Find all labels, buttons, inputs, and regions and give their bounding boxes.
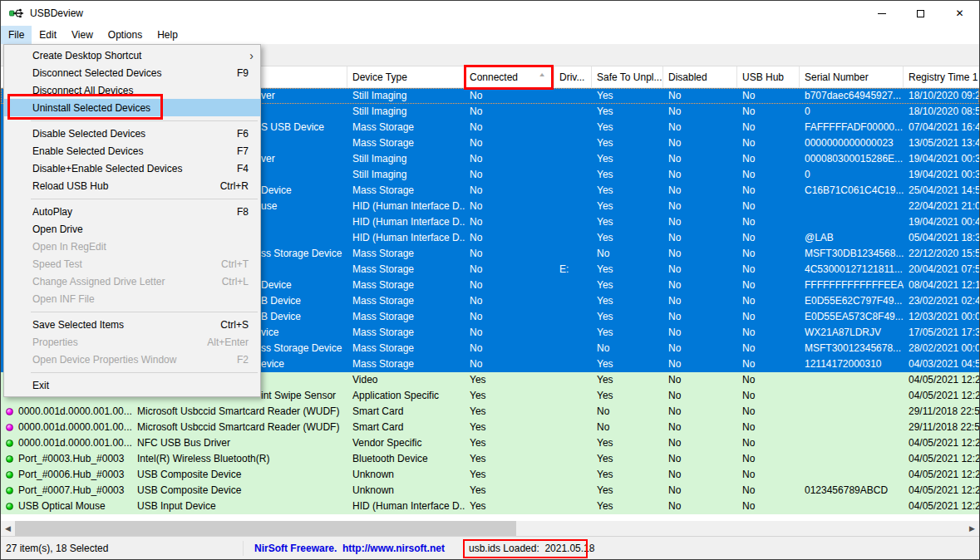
menu-item-reload-usb-hub[interactable]: Reload USB HubCtrl+R [4,177,260,194]
menubar-item-options[interactable]: Options [101,26,150,44]
horizontal-scrollbar[interactable]: ◀ ▶ [1,521,979,536]
cell-type: Still Imaging [347,88,465,104]
table-row[interactable]: USB Optical MouseUSB Input DeviceHID (Hu… [1,499,979,514]
cell-disabled: No [663,120,737,135]
menu-item-open-drive[interactable]: Open Drive [4,220,260,238]
column-header-safe[interactable]: Safe To Unpl... [592,66,663,87]
menu-item-save-selected-items[interactable]: Save Selected ItemsCtrl+S [4,316,260,333]
menubar-item-file[interactable]: File [1,26,32,44]
cell-serial [800,420,904,435]
cell-regtime: 28/02/2021 00:0 [904,341,979,356]
column-header-type[interactable]: Device Type [347,66,465,87]
usbdeview-app-icon [9,7,24,20]
table-row[interactable]: 0000.001d.0000.001.00...Microsoft Usbcci… [1,404,979,420]
cell-type: Smart Card [347,420,465,435]
cell-safe: Yes [592,262,663,278]
menu-item-open-device-properties-window[interactable]: Open Device Properties WindowF2 [4,351,260,368]
menu-item-disable-selected-devices[interactable]: Disable Selected DevicesF6 [4,125,260,142]
cell-connected: No [465,120,554,135]
menu-item-label: Change Assigned Drive Letter [32,276,222,287]
menubar-item-help[interactable]: Help [150,26,185,44]
table-row[interactable]: 0000.001d.0000.001.00...NFC USB Bus Driv… [1,435,979,451]
statusbar: 27 item(s), 18 Selected NirSoft Freeware… [1,536,979,559]
column-header-label: Connected [470,71,518,83]
menu-item-label: Reload USB Hub [32,180,220,192]
cell-safe: Yes [592,388,663,404]
cell-serial: WX21A87LDRJV [800,325,904,341]
menu-item-exit[interactable]: Exit [4,376,260,394]
cell-type: Smart Card [347,404,465,420]
cell-drive [554,483,592,499]
table-row[interactable]: Port_#0007.Hub_#0003USB Composite Device… [1,483,979,499]
cell-connected: No [465,356,554,372]
cell-desc: USB Composite Device [132,483,347,499]
column-header-disabled[interactable]: Disabled [663,66,737,87]
menu-shortcut: F2 [237,354,249,366]
cell-connected: No [465,278,554,293]
cell-regtime: 04/03/2021 04:5 [904,356,979,372]
menu-item-properties[interactable]: PropertiesAlt+Enter [4,333,260,351]
menu-item-change-assigned-drive-letter[interactable]: Change Assigned Drive LetterCtrl+L [4,273,260,290]
cell-usbhub: No [737,499,800,514]
column-header-connected[interactable]: Connected▴ [465,66,554,87]
close-icon: ✕ [955,8,963,18]
close-button[interactable]: ✕ [940,1,979,26]
menu-item-label: Disable Selected Devices [32,128,237,140]
cell-usbhub: No [737,309,800,325]
menu-item-label: Properties [32,336,207,348]
scroll-left-button[interactable]: ◀ [1,521,15,536]
cell-type: Video [347,372,465,388]
column-header-serial[interactable]: Serial Number [800,66,904,87]
column-header-regtime[interactable]: Registry Time 1 [904,66,980,87]
menu-item-disconnect-selected-devices[interactable]: Disconnect Selected DevicesF9 [4,64,260,81]
menu-shortcut: F4 [237,163,249,174]
menu-item-create-desktop-shortcut[interactable]: Create Desktop Shortcut› [4,47,260,64]
device-status-dot [6,440,13,447]
cell-usbhub: No [737,341,800,356]
table-row[interactable]: 0000.001d.0000.001.00...Microsoft Usbcci… [1,420,979,435]
cell-safe: Yes [592,467,663,483]
menu-item-disable-enable-selected-devices[interactable]: Disable+Enable Selected DevicesF4 [4,160,260,177]
cell-serial: E0D55EA573C8F49... [800,309,904,325]
cell-usbhub: No [737,183,800,199]
menu-item-disconnect-all-devices[interactable]: Disconnect All Devices [4,81,260,99]
menu-item-label: Open INF File [32,293,249,305]
cell-connected: No [465,309,554,325]
cell-disabled: No [663,151,737,167]
menubar-item-edit[interactable]: Edit [32,26,64,44]
menubar: FileEditViewOptionsHelp [1,26,979,44]
device-status-dot [6,455,13,463]
scrollbar-thumb[interactable] [15,521,516,536]
cell-safe: Yes [592,483,663,499]
cell-regtime: 18/10/2020 08:5 [904,104,979,120]
cell-connected: No [465,151,554,167]
cell-connected: No [465,135,554,151]
cell-type: Unknown [347,467,465,483]
menu-item-autoplay[interactable]: AutoPlayF8 [4,203,260,220]
cell-regtime: 18/10/2020 09:2 [904,88,979,104]
menu-item-enable-selected-devices[interactable]: Enable Selected DevicesF7 [4,142,260,160]
cell-connected: No [465,293,554,309]
cell-drive [554,199,592,214]
cell-safe: Yes [592,372,663,388]
cell-drive [554,356,592,372]
minimize-button[interactable] [862,1,901,26]
column-header-usbhub[interactable]: USB Hub [737,66,800,87]
menubar-item-view[interactable]: View [64,26,101,44]
menu-item-uninstall-selected-devices[interactable]: Uninstall Selected Devices [4,99,260,116]
menu-item-open-in-regedit[interactable]: Open In RegEdit [4,238,260,255]
nirsoft-link[interactable]: NirSoft Freeware. http://www.nirsoft.net [254,543,445,554]
cell-regtime: 19/04/2021 00:3 [904,151,979,167]
column-header-drive[interactable]: Driv... [554,66,592,87]
cell-drive [554,420,592,435]
scroll-right-button[interactable]: ▶ [965,521,979,536]
maximize-button[interactable] [901,1,940,26]
cell-disabled: No [663,467,737,483]
table-row[interactable]: Port_#0003.Hub_#0003Intel(R) Wireless Bl… [1,451,979,467]
cell-regtime: 19/04/2021 00:3 [904,167,979,183]
table-row[interactable]: Port_#0006.Hub_#0003USB Composite Device… [1,467,979,483]
menu-item-speed-test[interactable]: Speed TestCtrl+T [4,255,260,273]
cell-type: Unknown [347,483,465,499]
menu-item-open-inf-file[interactable]: Open INF File [4,290,260,307]
device-status-dot [6,503,13,510]
